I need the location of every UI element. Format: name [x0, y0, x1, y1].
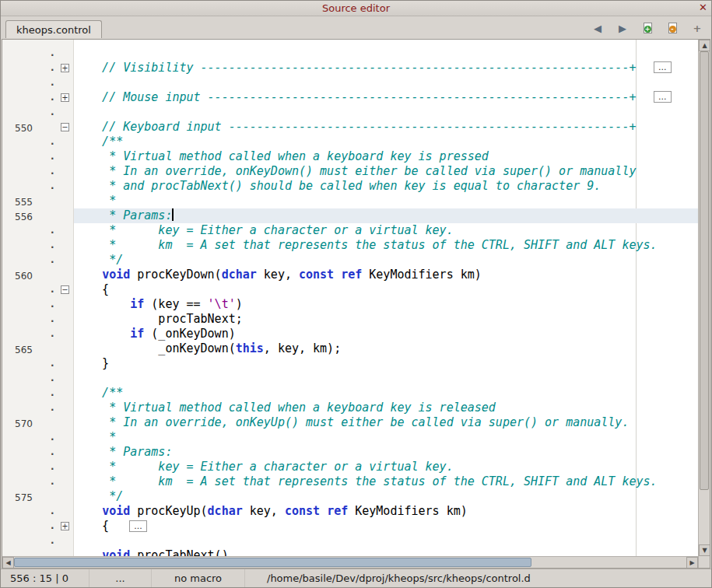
code-text[interactable]: // Keyboard input ----------------------… [74, 120, 698, 135]
code-text[interactable]: // Visibility --------------------------… [74, 61, 698, 75]
tab-kheops-control[interactable]: kheops.control [5, 20, 102, 38]
code-text[interactable]: {... [74, 519, 698, 534]
editor-line[interactable]: . * and procTabNext() should be called w… [2, 179, 698, 194]
code-text[interactable]: * [74, 194, 698, 208]
fold-ellipsis-box[interactable]: ... [654, 61, 672, 73]
editor-line[interactable]: . */ [2, 253, 698, 268]
code-text[interactable] [74, 75, 698, 90]
editor-line[interactable]: . * key = Either a character or a virtua… [2, 460, 698, 474]
scroll-left-button[interactable]: ◀ [2, 557, 14, 569]
line-dot: . [51, 135, 54, 149]
horizontal-scroll-track[interactable] [14, 557, 686, 568]
code-text[interactable] [74, 46, 698, 61]
code-text[interactable]: */ [74, 253, 698, 268]
code-text[interactable]: void procKeyDown(dchar key, const ref Ke… [74, 268, 698, 282]
code-text[interactable]: * Virtual method called when a keyboard … [74, 149, 698, 164]
code-text[interactable] [74, 534, 698, 548]
code-text[interactable]: } [74, 356, 698, 371]
new-document-button[interactable]: + [640, 20, 655, 36]
fold-ellipsis-box[interactable]: ... [654, 91, 672, 103]
editor-line[interactable]: . * key = Either a character or a virtua… [2, 223, 698, 238]
code-text[interactable]: * and procTabNext() should be called whe… [74, 179, 698, 194]
horizontal-scrollbar[interactable]: ◀ ▶ [2, 556, 698, 568]
editor-line[interactable]: . * [2, 430, 698, 445]
code-text[interactable]: * Params: [74, 208, 698, 223]
code-text[interactable]: * km = A set that represents the status … [74, 238, 698, 253]
editor-line[interactable]: .+ // Mouse input ----------------------… [2, 90, 698, 105]
editor-line[interactable]: . void procTabNext() [2, 548, 698, 556]
editor-line[interactable]: . [2, 105, 698, 120]
editor-line[interactable]: 550− // Keyboard input -----------------… [2, 120, 698, 135]
editor-line[interactable]: . if (_onKeyDown) [2, 327, 698, 341]
editor-line[interactable]: . * In an override, onKeyDown() must eit… [2, 164, 698, 179]
fold-margin [58, 135, 74, 149]
fold-toggle-icon[interactable]: − [61, 285, 69, 294]
editor-line[interactable]: 575 */ [2, 489, 698, 504]
editor-line[interactable]: 560 void procKeyDown(dchar key, const re… [2, 268, 698, 282]
editor-line[interactable]: . if (key == '\t') [2, 297, 698, 312]
code-text[interactable] [74, 371, 698, 386]
editor-line[interactable]: .+ {... [2, 519, 698, 534]
fold-toggle-icon[interactable]: − [61, 123, 69, 131]
editor-line[interactable]: . * km = A set that represents the statu… [2, 474, 698, 489]
close-window-icon[interactable]: ✕ [699, 2, 707, 13]
editor-line[interactable]: . /** [2, 386, 698, 401]
editor-line[interactable]: .− { [2, 282, 698, 297]
vertical-scrollbar[interactable]: ▲ ▼ [698, 40, 710, 568]
scroll-right-button[interactable]: ▶ [686, 557, 698, 569]
editor-line[interactable]: . [2, 46, 698, 61]
code-area[interactable]: ..+ // Visibility ----------------------… [2, 40, 698, 556]
editor-line[interactable]: . * Params: [2, 445, 698, 460]
code-text[interactable]: * Params: [74, 445, 698, 460]
code-text[interactable]: if (key == '\t') [74, 297, 698, 312]
code-text[interactable]: * [74, 430, 698, 445]
editor-line[interactable]: .+ // Visibility -----------------------… [2, 61, 698, 75]
code-text[interactable]: * km = A set that represents the status … [74, 474, 698, 489]
editor-line[interactable]: . procTabNext; [2, 312, 698, 327]
vertical-scroll-thumb[interactable] [700, 51, 709, 490]
fold-margin [58, 401, 74, 415]
code-text[interactable]: void procKeyUp(dchar key, const ref KeyM… [74, 504, 698, 519]
code-text[interactable]: * key = Either a character or a virtual … [74, 223, 698, 238]
editor-line[interactable]: . [2, 534, 698, 548]
scroll-up-button[interactable]: ▲ [699, 40, 710, 51]
code-text[interactable]: * key = Either a character or a virtual … [74, 460, 698, 474]
next-document-button[interactable]: ▶ [615, 20, 630, 36]
editor-line[interactable]: 555 * [2, 194, 698, 208]
editor-line[interactable]: . [2, 75, 698, 90]
horizontal-scroll-thumb[interactable] [14, 558, 531, 567]
code-text[interactable]: void procTabNext() [74, 548, 698, 556]
fold-toggle-icon[interactable]: + [61, 522, 69, 530]
editor-line[interactable]: 565 _onKeyDown(this, key, km); [2, 341, 698, 356]
fold-toggle-icon[interactable]: + [61, 64, 69, 72]
editor-line[interactable]: . * Virtual method called when a keyboar… [2, 149, 698, 164]
editor-line[interactable]: . * km = A set that represents the statu… [2, 238, 698, 253]
editor-line[interactable]: . * Virtual method called when a keyboar… [2, 401, 698, 415]
vertical-scroll-track[interactable] [699, 51, 710, 544]
code-text[interactable]: { [74, 282, 698, 297]
code-text[interactable]: * In an override, onKeyDown() must eithe… [74, 164, 698, 179]
code-text[interactable]: * Virtual method called when a keyboard … [74, 401, 698, 415]
editor-line[interactable]: 556 * Params: [2, 208, 698, 223]
prev-document-button[interactable]: ◀ [590, 20, 605, 36]
editor-line[interactable]: . [2, 371, 698, 386]
editor-line[interactable]: . /** [2, 135, 698, 149]
code-text[interactable]: /** [74, 386, 698, 401]
code-text[interactable]: _onKeyDown(this, key, km); [74, 341, 698, 356]
close-document-button[interactable]: - [665, 20, 680, 36]
code-text[interactable]: * In an override, onKeyUp() must either … [74, 415, 698, 430]
code-text[interactable]: procTabNext; [74, 312, 698, 327]
code-text[interactable]: if (_onKeyDown) [74, 327, 698, 341]
scroll-down-button[interactable]: ▼ [699, 544, 710, 556]
code-text[interactable]: // Mouse input -------------------------… [74, 90, 698, 105]
code-text[interactable]: */ [74, 489, 698, 504]
fold-ellipsis-box[interactable]: ... [129, 520, 147, 532]
code-text[interactable]: /** [74, 135, 698, 149]
fold-toggle-icon[interactable]: + [61, 93, 69, 102]
code-text[interactable] [74, 105, 698, 120]
editor-line[interactable]: 570 * In an override, onKeyUp() must eit… [2, 415, 698, 430]
editor-line[interactable]: . void procKeyUp(dchar key, const ref Ke… [2, 504, 698, 519]
detach-handle-button[interactable]: + [689, 20, 705, 36]
editor-line[interactable]: . } [2, 356, 698, 371]
fold-margin [58, 208, 74, 223]
